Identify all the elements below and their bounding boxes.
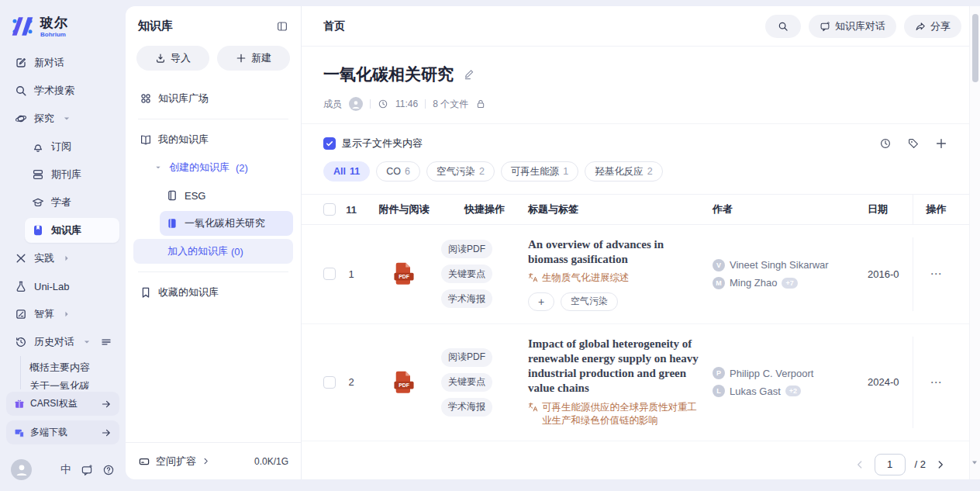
edit-icon: [15, 57, 27, 69]
pagination-prev-icon[interactable]: [854, 459, 865, 470]
sidebar-item-uni-lab[interactable]: Uni-Lab: [8, 274, 119, 299]
pdf-icon[interactable]: PDF: [393, 370, 415, 395]
translate-icon: [528, 272, 539, 283]
read-pdf-button[interactable]: 阅读PDF: [441, 240, 492, 258]
sidebar-item-practice[interactable]: 实践: [8, 246, 119, 271]
sidebar-promo-carsi[interactable]: CARSI权益: [6, 392, 119, 416]
joined-kb-group[interactable]: 加入的知识库 (0): [133, 239, 293, 264]
author-line: P Philipp C. Verpoort: [713, 367, 868, 379]
kb-square-item[interactable]: 知识库广场: [133, 86, 293, 111]
chevron-right-icon: [61, 309, 72, 320]
chevron-down-icon: [61, 113, 72, 124]
kb-item-co-research[interactable]: 一氧化碳相关研究: [160, 211, 293, 236]
history-icon: [15, 336, 27, 348]
academic-poster-button[interactable]: 学术海报: [441, 289, 492, 308]
paper-title[interactable]: An overview of advances in biomass gasif…: [528, 237, 713, 267]
add-tag-button[interactable]: +: [528, 292, 554, 311]
history-item[interactable]: 关于一氧化碳: [29, 379, 119, 389]
row-checkbox[interactable]: [323, 268, 336, 280]
author-name[interactable]: Lukas Gast: [730, 386, 781, 397]
history-item[interactable]: 概括主要内容: [29, 356, 119, 379]
add-icon[interactable]: [935, 137, 947, 150]
paper-subtitle-cn[interactable]: 生物质气化进展综述: [528, 271, 713, 285]
author-more-badge[interactable]: +7: [782, 278, 797, 289]
file-count: 8 个文件: [433, 98, 468, 111]
key-points-button[interactable]: 关键要点: [441, 265, 492, 283]
panel-collapse-icon[interactable]: [276, 20, 288, 33]
brand-logo[interactable]: 玻尔 Bohrium: [0, 11, 126, 49]
create-button[interactable]: 新建: [217, 46, 290, 71]
row-more-button[interactable]: ⋯: [930, 267, 943, 281]
chevron-down-icon: [81, 337, 92, 348]
row-more-button[interactable]: ⋯: [930, 375, 943, 389]
header-authors: 作者: [713, 202, 868, 216]
tag-pill[interactable]: 空气污染: [561, 292, 618, 311]
import-button[interactable]: 导入: [136, 46, 209, 71]
sidebar-item-explore[interactable]: 探究: [8, 106, 119, 131]
language-button[interactable]: 中: [60, 463, 71, 477]
my-kb-item[interactable]: 我的知识库: [133, 127, 293, 152]
search-button[interactable]: [765, 15, 801, 38]
paper-title[interactable]: Impact of global heterogeneity of renewa…: [528, 337, 713, 396]
paper-subtitle-cn[interactable]: 可再生能源供应的全球异质性对重工业生产和绿色价值链的影响: [528, 401, 713, 428]
member-avatar[interactable]: [349, 97, 363, 111]
author-more-badge[interactable]: +2: [785, 386, 801, 396]
gift-icon: [14, 399, 25, 410]
user-avatar[interactable]: [11, 459, 32, 480]
chevron-right-icon[interactable]: [202, 457, 210, 465]
key-points-button[interactable]: 关键要点: [441, 373, 492, 392]
sidebar-item-smart-compute[interactable]: 智算: [8, 302, 119, 327]
sidebar-item-academic-search[interactable]: 学术搜索: [8, 78, 119, 103]
share-button[interactable]: 分享: [904, 15, 961, 38]
favorite-kb-item[interactable]: 收藏的知识库: [133, 280, 293, 305]
sidebar-promo-download[interactable]: 多端下载: [6, 420, 119, 444]
author-name[interactable]: Philipp C. Verpoort: [730, 368, 813, 379]
lock-icon[interactable]: [475, 99, 486, 109]
title-edit-icon[interactable]: [463, 68, 475, 81]
pagination-page-input[interactable]: 1: [875, 454, 906, 475]
sidebar-item-subscribe[interactable]: 订阅: [25, 134, 119, 159]
filter-pill-co[interactable]: CO 6: [376, 161, 420, 182]
sidebar-item-history-chat[interactable]: 历史对话: [8, 330, 119, 354]
sidebar-item-journals[interactable]: 期刊库: [25, 162, 119, 187]
feedback-chat-icon[interactable]: [81, 464, 93, 476]
select-all-checkbox[interactable]: [323, 203, 336, 216]
sort-time-icon[interactable]: [879, 137, 892, 150]
subfolder-checkbox[interactable]: [323, 137, 336, 150]
kb-chat-button[interactable]: 知识库对话: [809, 15, 896, 38]
pdf-icon[interactable]: PDF: [393, 261, 415, 286]
read-pdf-button[interactable]: 阅读PDF: [441, 348, 492, 367]
brand-subtitle: Bohrium: [40, 31, 68, 38]
import-button-label: 导入: [171, 51, 191, 65]
sidebar-item-scholars[interactable]: 学者: [25, 190, 119, 215]
filter-pill-all[interactable]: All 11: [323, 161, 370, 182]
kb-item-esg[interactable]: ESG: [160, 183, 293, 208]
plus-icon: [236, 53, 247, 64]
favorite-kb-label: 收藏的知识库: [158, 285, 219, 299]
academic-poster-button[interactable]: 学术海报: [441, 398, 492, 417]
scrollbar-down-arrow[interactable]: [971, 459, 978, 465]
joined-kb-label: 加入的知识库: [167, 244, 228, 258]
breadcrumb-home[interactable]: 首页: [323, 19, 345, 33]
help-icon[interactable]: [102, 464, 115, 476]
share-icon: [915, 21, 926, 32]
panel-title: 知识库: [138, 19, 173, 33]
tag-filter-icon[interactable]: [907, 137, 920, 150]
row-checkbox[interactable]: [323, 376, 336, 389]
storage-upgrade-link[interactable]: 空间扩容: [156, 455, 196, 469]
header-attachment: 附件与阅读: [379, 202, 430, 216]
divider: [138, 119, 288, 119]
created-kb-group[interactable]: 创建的知识库 (2): [147, 155, 293, 180]
filter-pill-hydroxylation[interactable]: 羟基化反应 2: [585, 161, 662, 182]
person-icon: [350, 99, 361, 110]
filter-pill-air-pollution[interactable]: 空气污染 2: [426, 161, 495, 182]
sidebar-item-new-chat[interactable]: 新对话: [8, 50, 119, 75]
author-name[interactable]: Ming Zhao: [730, 277, 777, 289]
sidebar-item-knowledge-base[interactable]: 知识库: [25, 218, 119, 243]
pagination-next-icon[interactable]: [935, 459, 946, 470]
bookmark-icon: [140, 286, 152, 299]
scrollbar-thumb[interactable]: [972, 14, 978, 82]
list-icon[interactable]: [100, 336, 112, 348]
author-name[interactable]: Vineet Singh Sikarwar: [730, 259, 829, 271]
filter-pill-renewable[interactable]: 可再生能源 1: [501, 161, 578, 182]
